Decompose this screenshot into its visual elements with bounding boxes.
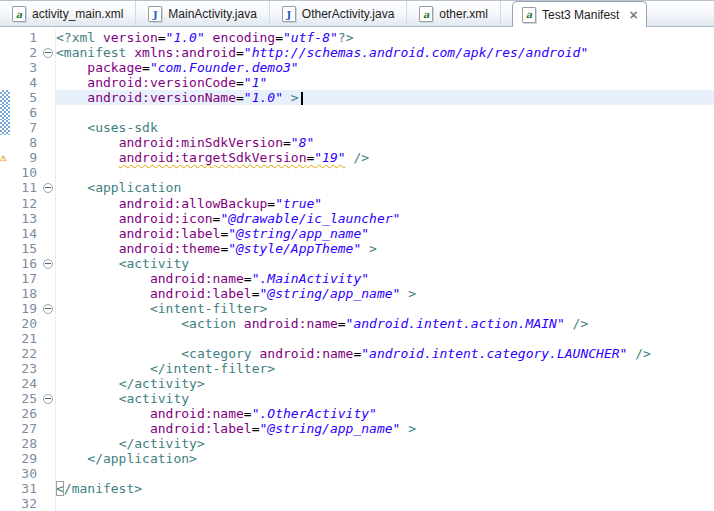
- annotation-gutter: [0, 466, 13, 481]
- code-text[interactable]: <category android:name="android.intent.c…: [56, 346, 714, 361]
- code-text[interactable]: <?xml version="1.0" encoding="utf-8"?>: [56, 30, 714, 45]
- code-text[interactable]: android:targetSdkVersion="19" />: [56, 150, 714, 165]
- code-segment: >: [291, 90, 299, 105]
- code-segment: >: [408, 286, 416, 301]
- code-segment: android:label: [150, 421, 252, 436]
- annotation-gutter: [0, 391, 13, 406]
- code-segment: <activity: [119, 391, 189, 406]
- code-text[interactable]: android:icon="@drawable/ic_launcher": [56, 211, 714, 226]
- tab-test3-manifest[interactable]: aTest3 Manifest×: [512, 1, 647, 27]
- code-line: 21: [0, 331, 714, 346]
- fold-gutter: [41, 436, 56, 451]
- code-text[interactable]: android:allowBackup="true": [56, 196, 714, 211]
- code-text[interactable]: [56, 331, 714, 346]
- close-icon[interactable]: ×: [629, 8, 637, 22]
- code-text[interactable]: <manifest xmlns:android="http://schemas.…: [56, 45, 714, 60]
- code-segment: [56, 421, 150, 436]
- code-text[interactable]: [56, 165, 714, 180]
- code-text[interactable]: [56, 105, 714, 120]
- fold-gutter: [41, 301, 56, 316]
- code-segment: =: [244, 406, 252, 421]
- fold-gutter: [41, 60, 56, 75]
- fold-gutter: [41, 496, 56, 511]
- collapse-icon[interactable]: [43, 394, 53, 404]
- collapse-icon[interactable]: [43, 48, 53, 58]
- code-text[interactable]: android:versionName="1.0" >: [56, 90, 714, 105]
- line-number: 2: [13, 45, 41, 60]
- code-segment: android:name: [244, 316, 338, 331]
- code-segment: [56, 90, 87, 105]
- code-segment: [56, 391, 119, 406]
- line-number: 24: [13, 376, 41, 391]
- code-segment: =: [252, 421, 260, 436]
- code-line: ⚠9 android:targetSdkVersion="19" />: [0, 150, 714, 165]
- code-segment: "1.0": [166, 30, 205, 45]
- warning-icon[interactable]: ⚠: [0, 150, 7, 165]
- line-number: 14: [13, 226, 41, 241]
- code-line: 26 android:name=".OtherActivity": [0, 406, 714, 421]
- code-text[interactable]: android:label="@string/app_name": [56, 226, 714, 241]
- code-segment: </application>: [87, 451, 197, 466]
- fold-gutter: [41, 256, 56, 271]
- line-number: 26: [13, 406, 41, 421]
- line-number: 10: [13, 165, 41, 180]
- annotation-gutter: [0, 120, 13, 135]
- annotation-gutter: [0, 135, 13, 150]
- annotation-gutter: [0, 75, 13, 90]
- tab-otheractivity-java[interactable]: JOtherActivity.java: [270, 1, 407, 27]
- code-text[interactable]: package="com.Founder.demo3": [56, 60, 714, 75]
- tab-activity-main-xml[interactable]: aactivity_main.xml: [0, 1, 136, 27]
- code-text[interactable]: android:name=".OtherActivity": [56, 406, 714, 421]
- fold-gutter: [41, 226, 56, 241]
- code-line: 11 <application: [0, 180, 714, 195]
- code-text[interactable]: <application: [56, 180, 714, 195]
- code-segment: android:name: [150, 406, 244, 421]
- code-text[interactable]: </manifest>: [56, 481, 714, 496]
- code-editor[interactable]: 1<?xml version="1.0" encoding="utf-8"?>2…: [0, 27, 714, 511]
- code-line: 6: [0, 105, 714, 120]
- code-text[interactable]: android:name=".MainActivity": [56, 271, 714, 286]
- code-segment: "http://schemas.android.com/apk/res/andr…: [244, 45, 588, 60]
- tab-other-xml[interactable]: aother.xml: [407, 1, 501, 27]
- collapse-icon[interactable]: [43, 304, 53, 314]
- code-segment: android:allowBackup: [119, 196, 268, 211]
- annotation-gutter: [0, 301, 13, 316]
- code-line: 20 <action android:name="android.intent.…: [0, 316, 714, 331]
- code-segment: [56, 286, 150, 301]
- code-segment: [565, 316, 573, 331]
- line-number: 11: [13, 180, 41, 195]
- code-text[interactable]: android:minSdkVersion="8": [56, 135, 714, 150]
- code-text[interactable]: android:label="@string/app_name" >: [56, 286, 714, 301]
- tab-mainactivity-java[interactable]: JMainActivity.java: [136, 1, 269, 27]
- code-text[interactable]: </activity>: [56, 376, 714, 391]
- code-text[interactable]: </application>: [56, 451, 714, 466]
- code-text[interactable]: <uses-sdk: [56, 120, 714, 135]
- annotation-gutter: [0, 481, 13, 496]
- code-text[interactable]: [56, 466, 714, 481]
- collapse-icon[interactable]: [43, 183, 53, 193]
- code-segment: ".OtherActivity": [252, 406, 377, 421]
- code-text[interactable]: android:label="@string/app_name" >: [56, 421, 714, 436]
- code-text[interactable]: android:versionCode="1": [56, 75, 714, 90]
- code-segment: [56, 60, 87, 75]
- code-line: 10: [0, 165, 714, 180]
- line-number: 23: [13, 361, 41, 376]
- code-text[interactable]: <activity: [56, 391, 714, 406]
- code-text[interactable]: </intent-filter>: [56, 361, 714, 376]
- code-line: 25 <activity: [0, 391, 714, 406]
- collapse-icon[interactable]: [43, 259, 53, 269]
- code-segment: android:name: [150, 271, 244, 286]
- code-text[interactable]: <action android:name="android.intent.act…: [56, 316, 714, 331]
- code-segment: [56, 301, 150, 316]
- code-segment: [361, 241, 369, 256]
- line-number: 7: [13, 120, 41, 135]
- code-segment: "android.intent.action.MAIN": [346, 316, 565, 331]
- code-text[interactable]: <activity: [56, 256, 714, 271]
- code-text[interactable]: android:theme="@style/AppTheme" >: [56, 241, 714, 256]
- code-segment: [56, 451, 87, 466]
- code-segment: <?xml: [56, 30, 103, 45]
- code-text[interactable]: [56, 496, 714, 511]
- code-text[interactable]: </activity>: [56, 436, 714, 451]
- code-segment: "android.intent.category.LAUNCHER": [361, 346, 627, 361]
- code-text[interactable]: <intent-filter>: [56, 301, 714, 316]
